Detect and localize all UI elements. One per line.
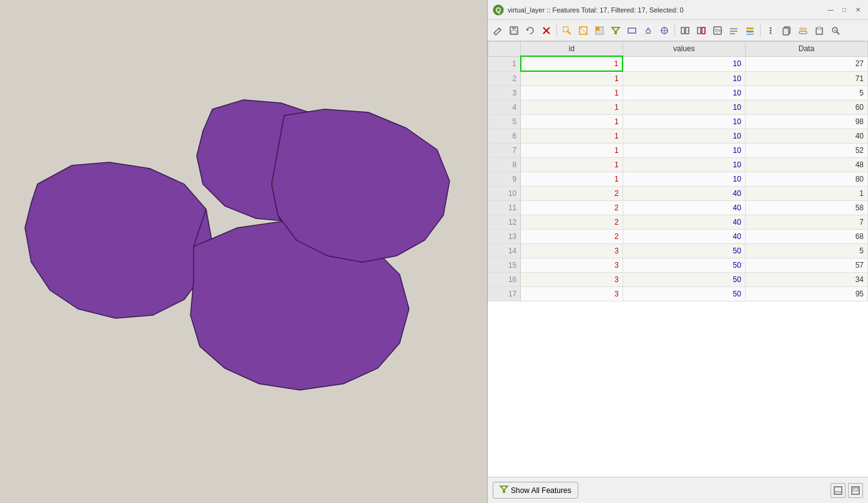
table-row[interactable]: 911080 — [488, 172, 868, 187]
data-column-header[interactable]: Data — [745, 42, 867, 57]
data-cell[interactable]: 98 — [745, 115, 867, 129]
data-cell[interactable]: 95 — [745, 287, 867, 301]
data-cell[interactable]: 7 — [745, 215, 867, 230]
show-all-features-button[interactable]: Show All Features — [493, 482, 578, 499]
id-cell[interactable]: 1 — [521, 172, 623, 187]
reload-btn[interactable] — [523, 23, 538, 38]
data-cell[interactable]: 5 — [745, 86, 867, 100]
id-cell[interactable]: 2 — [521, 215, 623, 230]
data-cell[interactable]: 40 — [745, 129, 867, 144]
table-row[interactable]: 1324068 — [488, 230, 868, 244]
id-cell[interactable]: 1 — [521, 56, 623, 71]
add-col-btn[interactable]: + — [678, 23, 693, 38]
values-cell[interactable]: 10 — [623, 56, 745, 71]
minimize-button[interactable]: — — [826, 5, 836, 15]
deselect-btn[interactable] — [624, 23, 639, 38]
values-cell[interactable]: 10 — [623, 115, 745, 129]
table-row[interactable]: 31105 — [488, 86, 868, 100]
data-cell[interactable]: 68 — [745, 230, 867, 244]
id-cell[interactable]: 2 — [521, 230, 623, 244]
values-cell[interactable]: 40 — [623, 187, 745, 201]
data-cell[interactable]: 58 — [745, 201, 867, 215]
id-cell[interactable]: 1 — [521, 158, 623, 172]
values-cell[interactable]: 40 — [623, 201, 745, 215]
data-cell[interactable]: 71 — [745, 71, 867, 86]
values-cell[interactable]: 40 — [623, 230, 745, 244]
data-cell[interactable]: 5 — [745, 244, 867, 258]
data-cell[interactable]: 27 — [745, 56, 867, 71]
id-cell[interactable]: 1 — [521, 71, 623, 86]
table-row[interactable]: 811048 — [488, 158, 868, 172]
values-cell[interactable]: 10 — [623, 158, 745, 172]
edit-field-btn[interactable] — [726, 23, 741, 38]
table-row[interactable]: 122407 — [488, 215, 868, 230]
field-calc-btn[interactable]: f(x) — [710, 23, 725, 38]
id-cell[interactable]: 3 — [521, 287, 623, 301]
pan-map-btn[interactable] — [657, 23, 672, 38]
zoom-map-btn[interactable]: + — [828, 23, 843, 38]
table-row[interactable]: 711052 — [488, 144, 868, 158]
abort-edits-btn[interactable] — [539, 23, 554, 38]
values-cell[interactable]: 10 — [623, 129, 745, 144]
actions-btn[interactable] — [763, 23, 778, 38]
values-cell[interactable]: 10 — [623, 100, 745, 115]
maximize-button[interactable]: □ — [839, 5, 849, 15]
values-cell[interactable]: 10 — [623, 71, 745, 86]
table-row[interactable]: 111027 — [488, 56, 868, 71]
id-cell[interactable]: 1 — [521, 115, 623, 129]
filter-btn[interactable] — [608, 23, 623, 38]
table-row[interactable]: 411060 — [488, 100, 868, 115]
values-cell[interactable]: 50 — [623, 258, 745, 273]
id-cell[interactable]: 1 — [521, 100, 623, 115]
id-column-header[interactable]: id — [521, 42, 623, 57]
values-column-header[interactable]: values — [623, 42, 745, 57]
data-cell[interactable]: 34 — [745, 273, 867, 287]
values-cell[interactable]: 10 — [623, 86, 745, 100]
values-cell[interactable]: 50 — [623, 273, 745, 287]
data-cell[interactable]: 1 — [745, 187, 867, 201]
data-cell[interactable]: 60 — [745, 100, 867, 115]
id-cell[interactable]: 3 — [521, 273, 623, 287]
table-row[interactable]: 143505 — [488, 244, 868, 258]
table-row[interactable]: 1635034 — [488, 273, 868, 287]
save-edits-btn[interactable] — [506, 23, 521, 38]
table-row[interactable]: 511098 — [488, 115, 868, 129]
paste-btn[interactable] — [812, 23, 827, 38]
close-button[interactable]: ✕ — [853, 5, 863, 15]
id-cell[interactable]: 3 — [521, 244, 623, 258]
id-cell[interactable]: 1 — [521, 129, 623, 144]
table-row[interactable]: 1535057 — [488, 258, 868, 273]
id-cell[interactable]: 1 — [521, 144, 623, 158]
values-cell[interactable]: 10 — [623, 172, 745, 187]
invert-selection-btn[interactable] — [592, 23, 607, 38]
copy-selected-rows-btn[interactable] — [796, 23, 811, 38]
edit-toggle-btn[interactable] — [490, 23, 505, 38]
table-row[interactable]: 611040 — [488, 129, 868, 144]
undock-btn[interactable] — [848, 483, 863, 498]
values-cell[interactable]: 50 — [623, 244, 745, 258]
conditional-format-btn[interactable] — [742, 23, 757, 38]
id-cell[interactable]: 2 — [521, 187, 623, 201]
select-all-btn[interactable] — [576, 23, 591, 38]
data-cell[interactable]: 80 — [745, 172, 867, 187]
copy-cell-btn[interactable] — [779, 23, 794, 38]
data-cell[interactable]: 48 — [745, 158, 867, 172]
dock-bottom-btn[interactable] — [831, 483, 846, 498]
values-cell[interactable]: 10 — [623, 144, 745, 158]
attribute-table-container[interactable]: id values Data 1110272110713110541106051… — [488, 41, 868, 477]
table-row[interactable]: 102401 — [488, 187, 868, 201]
id-cell[interactable]: 1 — [521, 86, 623, 100]
data-cell[interactable]: 57 — [745, 258, 867, 273]
id-cell[interactable]: 2 — [521, 201, 623, 215]
del-col-btn[interactable]: - — [694, 23, 709, 38]
data-cell[interactable]: 52 — [745, 144, 867, 158]
values-cell[interactable]: 40 — [623, 215, 745, 230]
select-features-btn[interactable] — [560, 23, 575, 38]
move-selection-top-btn[interactable] — [641, 23, 656, 38]
values-cell[interactable]: 50 — [623, 287, 745, 301]
title-controls: — □ ✕ — [826, 5, 863, 15]
table-row[interactable]: 211071 — [488, 71, 868, 86]
table-row[interactable]: 1124058 — [488, 201, 868, 215]
table-row[interactable]: 1735095 — [488, 287, 868, 301]
id-cell[interactable]: 3 — [521, 258, 623, 273]
